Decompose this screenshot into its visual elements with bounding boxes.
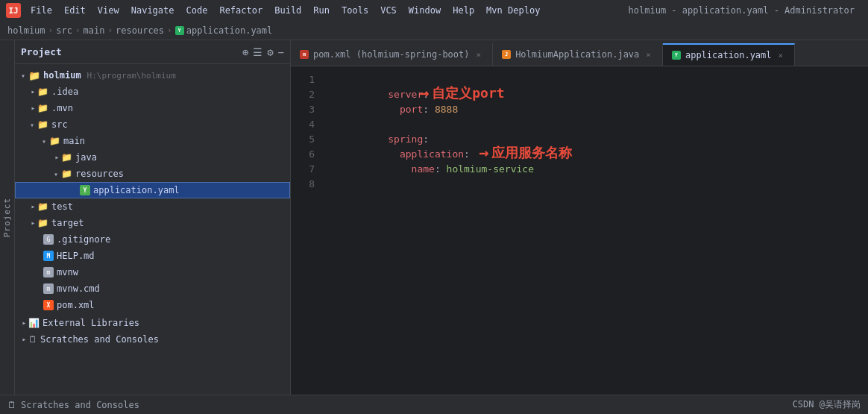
bottom-bar: 🗒 Scratches and Consoles CSDN @吴语择岗 bbox=[0, 395, 868, 414]
scratches-bottom-item[interactable]: 🗒 Scratches and Consoles bbox=[7, 400, 139, 410]
editor-area: m pom.xml (holmium-spring-boot) × J Holm… bbox=[291, 40, 868, 395]
arrow-service-icon: → bbox=[479, 145, 488, 160]
menu-window[interactable]: Window bbox=[403, 4, 446, 17]
menu-mvn-deploy[interactable]: Mvn Deploy bbox=[481, 4, 545, 17]
menu-bar: File Edit View Navigate Code Refactor Bu… bbox=[25, 4, 624, 17]
breadcrumb-item-main[interactable]: main bbox=[84, 25, 105, 36]
code-line-1: server: bbox=[330, 72, 868, 87]
breadcrumb-item-yaml[interactable]: Y application.yaml bbox=[175, 25, 273, 36]
code-line-7 bbox=[330, 162, 868, 177]
breadcrumb: holmium › src › main › resources › Y app… bbox=[0, 21, 868, 40]
tree-item-gitignore[interactable]: G .gitignore bbox=[15, 231, 290, 248]
helpmd-label: HELP.md bbox=[57, 251, 95, 261]
line-num-6: 6 bbox=[291, 147, 315, 162]
breadcrumb-item-src[interactable]: src bbox=[56, 25, 72, 36]
annotation-service-text: 应用服务名称 bbox=[491, 145, 572, 160]
menu-view[interactable]: View bbox=[92, 4, 125, 17]
tree-item-application-yaml[interactable]: Y application.yaml bbox=[15, 182, 290, 198]
menu-code[interactable]: Code bbox=[181, 4, 213, 17]
tree-item-main[interactable]: ▾ 📁 main bbox=[15, 133, 290, 149]
tree-item-resources[interactable]: ▾ 📁 resources bbox=[15, 166, 290, 182]
tab-holmium-java[interactable]: J HolmiumApplication.java × bbox=[493, 43, 663, 66]
breadcrumb-sep-1: › bbox=[48, 25, 54, 35]
menu-navigate[interactable]: Navigate bbox=[126, 4, 180, 17]
mvnw-icon: m bbox=[43, 267, 54, 277]
tab-java-close[interactable]: × bbox=[644, 49, 653, 60]
target-folder-icon: 📁 bbox=[37, 218, 48, 228]
annotation-port: → 自定义port bbox=[419, 86, 505, 101]
annotation-port-text: 自定义port bbox=[432, 86, 504, 101]
tree-item-mvn[interactable]: ▾ 📁 .mvn bbox=[15, 100, 290, 116]
main-layout: Project Project ⊕ ☰ ⚙ − ▾ 📁 holmium H:\p… bbox=[0, 40, 868, 395]
menu-build[interactable]: Build bbox=[269, 4, 306, 17]
test-folder-icon: 📁 bbox=[37, 201, 48, 212]
menu-refactor[interactable]: Refactor bbox=[214, 4, 268, 17]
src-label: src bbox=[51, 119, 68, 130]
line-num-4: 4 bbox=[291, 117, 315, 132]
annotation-service: → 应用服务名称 bbox=[479, 145, 572, 160]
line-num-8: 8 bbox=[291, 177, 315, 192]
tree-close-icon[interactable]: − bbox=[278, 46, 284, 58]
mvnwcmd-label: mvnw.cmd bbox=[57, 283, 100, 294]
tab-java-label: HolmiumApplication.java bbox=[515, 49, 639, 60]
menu-run[interactable]: Run bbox=[308, 4, 335, 17]
root-folder-icon: 📁 bbox=[28, 70, 40, 81]
tree-item-idea[interactable]: ▾ 📁 .idea bbox=[15, 84, 290, 100]
main-folder-icon: 📁 bbox=[49, 136, 60, 146]
extlib-label: External Libraries bbox=[43, 318, 139, 328]
mvn-folder-icon: 📁 bbox=[37, 103, 48, 113]
project-tab-label: Project bbox=[2, 198, 12, 237]
line-num-7: 7 bbox=[291, 162, 315, 177]
csdn-watermark: CSDN @吴语择岗 bbox=[793, 398, 861, 411]
menu-vcs[interactable]: VCS bbox=[375, 4, 402, 17]
code-line-2: port: 8888 → 自定义port bbox=[330, 87, 868, 102]
pomxml-label: pom.xml bbox=[57, 300, 95, 310]
tab-pom-label: pom.xml (holmium-spring-boot) bbox=[313, 49, 470, 60]
title-bar: IJ File Edit View Navigate Code Refactor… bbox=[0, 0, 868, 21]
target-triangle: ▾ bbox=[28, 221, 37, 225]
tree-item-mvnw[interactable]: m mvnw bbox=[15, 264, 290, 280]
tree-item-scratches[interactable]: ▾ 🗒 Scratches and Consoles bbox=[15, 331, 290, 348]
tree-item-pomxml[interactable]: X pom.xml bbox=[15, 297, 290, 313]
tab-pom[interactable]: m pom.xml (holmium-spring-boot) × bbox=[291, 43, 493, 66]
extlib-triangle: ▾ bbox=[19, 321, 28, 325]
tree-collapse-icon[interactable]: ☰ bbox=[253, 46, 262, 58]
mvnwcmd-icon: m bbox=[43, 283, 54, 294]
breadcrumb-sep-3: › bbox=[107, 25, 113, 35]
menu-edit[interactable]: Edit bbox=[59, 4, 91, 17]
target-label: target bbox=[51, 218, 84, 228]
scratches-triangle: ▾ bbox=[19, 337, 28, 342]
tree-add-icon[interactable]: ⊕ bbox=[242, 46, 248, 58]
code-editor[interactable]: 1 2 3 4 5 6 7 8 server: port: 8888 bbox=[291, 66, 868, 395]
tree-item-java[interactable]: ▾ 📁 java bbox=[15, 149, 290, 166]
tree-item-target[interactable]: ▾ 📁 target bbox=[15, 215, 290, 231]
breadcrumb-sep-4: › bbox=[167, 25, 172, 35]
code-line-3 bbox=[330, 102, 868, 117]
tab-yaml-label: application.yaml bbox=[685, 50, 772, 60]
file-tree-content: ▾ 📁 holmium H:\program\holmium ▾ 📁 .idea… bbox=[15, 64, 290, 395]
code-line-8 bbox=[330, 177, 868, 192]
tab-java-icon: J bbox=[502, 50, 511, 59]
tree-item-mvnwcmd[interactable]: m mvnw.cmd bbox=[15, 280, 290, 297]
tree-settings-icon[interactable]: ⚙ bbox=[267, 46, 273, 58]
breadcrumb-item-resources[interactable]: resources bbox=[116, 25, 164, 36]
scratches-bottom-icon: 🗒 bbox=[7, 400, 16, 410]
tree-item-external-libs[interactable]: ▾ 📊 External Libraries bbox=[15, 315, 290, 331]
tab-yaml-active[interactable]: Y application.yaml × bbox=[663, 43, 795, 66]
tree-item-helpmd[interactable]: M HELP.md bbox=[15, 248, 290, 264]
tree-item-src[interactable]: ▾ 📁 src bbox=[15, 116, 290, 133]
tab-pom-close[interactable]: × bbox=[474, 49, 484, 60]
menu-help[interactable]: Help bbox=[447, 4, 479, 17]
tab-yaml-icon: Y bbox=[672, 51, 681, 60]
tree-root[interactable]: ▾ 📁 holmium H:\program\holmium bbox=[15, 67, 290, 84]
menu-file[interactable]: File bbox=[25, 4, 57, 17]
menu-tools[interactable]: Tools bbox=[336, 4, 374, 17]
tree-item-test[interactable]: ▾ 📁 test bbox=[15, 198, 290, 215]
tab-yaml-close[interactable]: × bbox=[776, 50, 786, 61]
project-sidebar-tab[interactable]: Project bbox=[0, 40, 15, 395]
code-content[interactable]: server: port: 8888 → 自定义port spring: bbox=[321, 66, 868, 395]
scratches-label: Scratches and Consoles bbox=[40, 334, 159, 345]
test-triangle: ▾ bbox=[28, 204, 37, 209]
main-triangle: ▾ bbox=[42, 137, 46, 145]
breadcrumb-item-holmium[interactable]: holmium bbox=[7, 25, 45, 36]
